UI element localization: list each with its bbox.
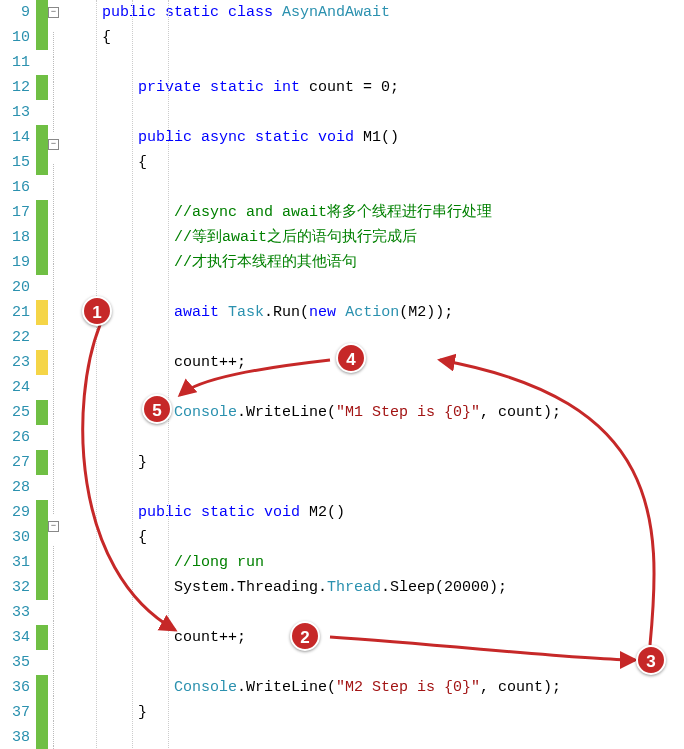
code-line: }: [66, 450, 684, 475]
line-number-gutter: 9101112131415161718192021222324252627282…: [0, 0, 36, 749]
annotation-badge-2: 2: [290, 621, 320, 651]
change-marker: [36, 250, 48, 275]
change-marker: [36, 625, 48, 650]
change-marker: [36, 300, 48, 325]
code-line: public async static void M1(): [66, 125, 684, 150]
change-marker: [36, 425, 48, 450]
line-number: 21: [0, 300, 30, 325]
fold-column: −−−: [48, 0, 62, 749]
line-number: 14: [0, 125, 30, 150]
change-marker: [36, 725, 48, 749]
change-marker: [36, 50, 48, 75]
change-marker: [36, 550, 48, 575]
change-marker: [36, 525, 48, 550]
change-marker: [36, 325, 48, 350]
line-number: 17: [0, 200, 30, 225]
line-number: 31: [0, 550, 30, 575]
line-number: 18: [0, 225, 30, 250]
change-marker: [36, 500, 48, 525]
line-number: 33: [0, 600, 30, 625]
change-marker: [36, 0, 48, 25]
line-number: 23: [0, 350, 30, 375]
line-number: 10: [0, 25, 30, 50]
code-line: System.Threading.Thread.Sleep(20000);: [66, 575, 684, 600]
line-number: 20: [0, 275, 30, 300]
line-number: 19: [0, 250, 30, 275]
change-marker: [36, 650, 48, 675]
line-number: 32: [0, 575, 30, 600]
change-marker: [36, 475, 48, 500]
line-number: 27: [0, 450, 30, 475]
change-marker: [36, 600, 48, 625]
code-line: {: [66, 525, 684, 550]
fold-toggle[interactable]: −: [48, 7, 59, 18]
code-editor: 9101112131415161718192021222324252627282…: [0, 0, 684, 749]
change-marker: [36, 175, 48, 200]
code-line: //等到await之后的语句执行完成后: [66, 225, 684, 250]
code-line: await Task.Run(new Action(M2));: [66, 300, 684, 325]
line-number: 11: [0, 50, 30, 75]
line-number: 26: [0, 425, 30, 450]
annotation-badge-1: 1: [82, 296, 112, 326]
code-line: count++;: [66, 625, 684, 650]
fold-toggle[interactable]: −: [48, 139, 59, 150]
code-line: //long run: [66, 550, 684, 575]
annotation-badge-3: 3: [636, 645, 666, 675]
line-number: 30: [0, 525, 30, 550]
line-number: 15: [0, 150, 30, 175]
code-line: }: [66, 700, 684, 725]
code-line: [66, 600, 684, 625]
line-number: 35: [0, 650, 30, 675]
change-marker: [36, 200, 48, 225]
annotation-badge-4: 4: [336, 343, 366, 373]
line-number: 9: [0, 0, 30, 25]
code-line: [66, 275, 684, 300]
line-number: 36: [0, 675, 30, 700]
change-marker: [36, 225, 48, 250]
change-marker-column: [36, 0, 48, 749]
line-number: 24: [0, 375, 30, 400]
code-line: [66, 100, 684, 125]
code-line: public static class AsynAndAwait: [66, 0, 684, 25]
line-number: 25: [0, 400, 30, 425]
code-line: {: [66, 150, 684, 175]
change-marker: [36, 275, 48, 300]
line-number: 22: [0, 325, 30, 350]
line-number: 13: [0, 100, 30, 125]
code-line: //async and await将多个线程进行串行处理: [66, 200, 684, 225]
code-line: {: [66, 25, 684, 50]
line-number: 12: [0, 75, 30, 100]
change-marker: [36, 400, 48, 425]
change-marker: [36, 575, 48, 600]
code-line: count++;: [66, 350, 684, 375]
fold-toggle[interactable]: −: [48, 521, 59, 532]
code-line: [66, 475, 684, 500]
change-marker: [36, 125, 48, 150]
annotation-badge-5: 5: [142, 394, 172, 424]
change-marker: [36, 150, 48, 175]
line-number: 38: [0, 725, 30, 749]
code-line: [66, 175, 684, 200]
change-marker: [36, 75, 48, 100]
code-area: public static class AsynAndAwait { priva…: [62, 0, 684, 749]
line-number: 29: [0, 500, 30, 525]
change-marker: [36, 100, 48, 125]
code-line: [66, 50, 684, 75]
change-marker: [36, 350, 48, 375]
change-marker: [36, 700, 48, 725]
line-number: 34: [0, 625, 30, 650]
change-marker: [36, 450, 48, 475]
code-line: [66, 725, 684, 749]
line-number: 16: [0, 175, 30, 200]
code-line: public static void M2(): [66, 500, 684, 525]
code-line: [66, 650, 684, 675]
change-marker: [36, 375, 48, 400]
code-line: private static int count = 0;: [66, 75, 684, 100]
code-line: Console.WriteLine("M2 Step is {0}", coun…: [66, 675, 684, 700]
code-line: //才执行本线程的其他语句: [66, 250, 684, 275]
line-number: 28: [0, 475, 30, 500]
line-number: 37: [0, 700, 30, 725]
code-line: [66, 425, 684, 450]
change-marker: [36, 675, 48, 700]
code-line: [66, 325, 684, 350]
